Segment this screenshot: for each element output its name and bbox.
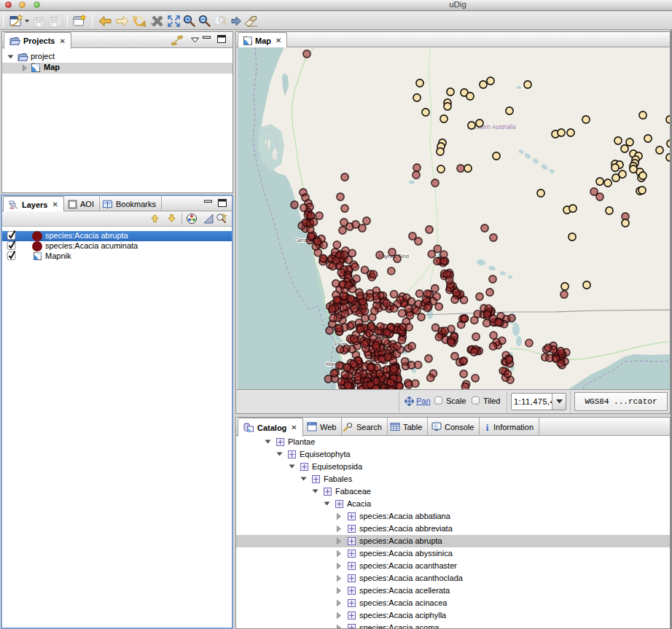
svg-text:i: i	[486, 422, 489, 431]
